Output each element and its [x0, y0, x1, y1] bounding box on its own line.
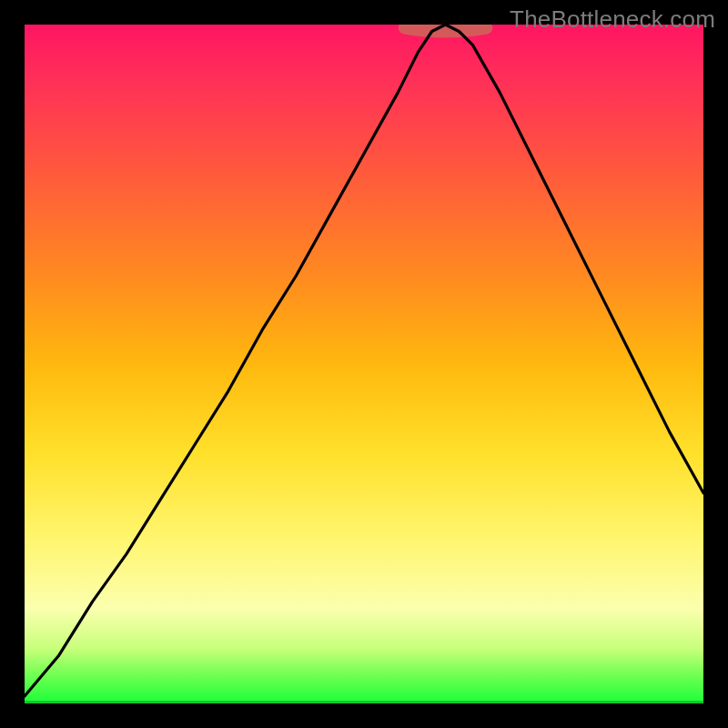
chart-frame: TheBottleneck.com	[0, 0, 728, 728]
optimum-range-marker	[405, 28, 487, 32]
watermark-text: TheBottleneck.com	[510, 5, 715, 34]
bottleneck-curve	[25, 25, 703, 696]
bottleneck-curve-svg	[25, 25, 703, 703]
plot-area	[25, 25, 703, 703]
